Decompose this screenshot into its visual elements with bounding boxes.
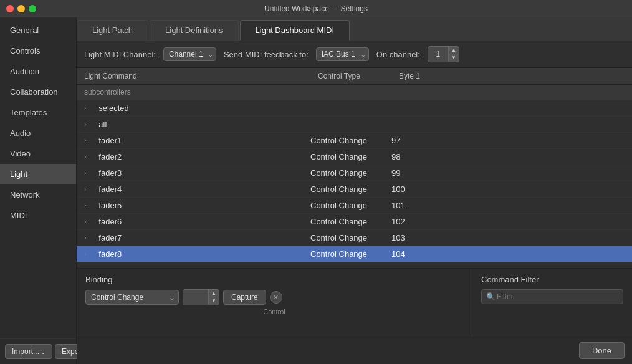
row-command: ›fader7 [84,233,310,242]
footer: Done [77,337,632,364]
stepper-down[interactable]: ▼ [449,54,459,62]
sidebar-item-templates[interactable]: Templates [0,102,76,123]
command-filter-section: Command Filter 🔍 [472,269,632,337]
table-row[interactable]: ›all [77,117,632,133]
row-byte: 103 [391,233,448,242]
row-type: Control Change [310,201,391,210]
on-channel-stepper[interactable]: ▲ ▼ [428,46,459,62]
table-row[interactable]: ›fader6Control Change102 [77,214,632,230]
row-command: ›fader6 [84,217,310,226]
chevron-down-icon: ⌄ [41,348,45,355]
row-byte: 97 [391,136,448,145]
col-header-rest [448,68,632,84]
on-channel-input[interactable] [428,47,448,61]
close-button[interactable] [6,5,14,12]
sidebar-item-general[interactable]: General [0,20,76,41]
row-type: Control Change [310,136,391,145]
row-command: ›selected [84,103,310,113]
channel-label: Light MIDI Channel: [84,50,156,59]
col-header-command: Light Command [77,68,310,84]
midi-settings-row: Light MIDI Channel: Channel 1 Send MIDI … [77,41,632,68]
sidebar-item-video[interactable]: Video [0,143,76,164]
chevron-right-icon: › [84,137,86,144]
sidebar-item-light[interactable]: Light [0,164,76,184]
table-area: Light Command Control Type Byte 1 subcon… [77,68,632,268]
chevron-right-icon: › [84,121,86,128]
table-row[interactable]: ›fader7Control Change103 [77,230,632,246]
table-row[interactable]: subcontrollers [77,85,632,100]
sidebar-item-controls[interactable]: Controls [0,41,76,61]
filter-input[interactable] [481,289,623,304]
chevron-right-icon: › [84,202,86,209]
row-command: subcontrollers [84,88,310,97]
binding-type-wrapper: Control Change [85,290,179,305]
row-type: Control Change [310,184,391,194]
tab-light-definitions[interactable]: Light Definitions [150,20,239,41]
bus-select[interactable]: IAC Bus 1 [316,47,369,61]
binding-stepper-up[interactable]: ▲ [209,290,219,297]
control-label: Control [85,308,463,315]
col-header-type: Control Type [310,68,391,84]
row-byte: 101 [391,201,448,210]
channel-select[interactable]: Channel 1 [163,47,216,61]
binding-stepper-down[interactable]: ▼ [209,297,219,305]
row-command: ›fader2 [84,152,310,161]
chevron-right-icon: › [84,105,86,112]
sidebar-item-midi[interactable]: MIDI [0,205,76,226]
window-controls[interactable] [6,5,36,12]
chevron-right-icon: › [84,153,86,160]
binding-close-button[interactable]: ✕ [270,291,282,304]
chevron-right-icon: › [84,234,86,241]
title-bar: Untitled Workspace — Settings [0,0,632,17]
binding-stepper-buttons: ▲ ▼ [208,290,219,305]
binding-controls: Control Change 104 ▲ ▼ Capture ✕ [85,289,463,305]
window-title: Untitled Workspace — Settings [264,4,368,13]
table-row[interactable]: ›fader2Control Change98 [77,149,632,165]
tab-light-dashboard-midi[interactable]: Light Dashboard MIDI [240,20,350,41]
binding-section: Binding Control Change 104 ▲ ▼ [77,269,472,337]
row-command: ›fader1 [84,136,310,145]
table-row[interactable]: ›fader3Control Change99 [77,165,632,181]
chevron-right-icon: › [84,251,86,257]
binding-number-stepper[interactable]: 104 ▲ ▼ [183,289,219,305]
row-byte: 102 [391,217,448,226]
row-command: ›all [84,120,310,129]
row-type: Control Change [310,168,391,178]
table-row[interactable]: ›fader4Control Change100 [77,181,632,198]
send-label: Send MIDI feedback to: [224,50,309,59]
row-command: ›fader8 [84,249,310,259]
sidebar-item-audio[interactable]: Audio [0,123,76,143]
row-type: Control Change [310,249,391,259]
maximize-button[interactable] [29,5,36,12]
binding-number-input[interactable]: 104 [183,290,208,304]
sidebar-item-collaboration[interactable]: Collaboration [0,82,76,102]
row-command: ›fader4 [84,184,310,194]
capture-button[interactable]: Capture [223,290,266,305]
stepper-buttons: ▲ ▼ [448,47,459,62]
row-type: Control Change [310,217,391,226]
sidebar-item-network[interactable]: Network [0,184,76,205]
done-button[interactable]: Done [579,342,625,359]
table-row[interactable]: ›selected [77,100,632,117]
binding-type-select[interactable]: Control Change [85,290,179,305]
import-button[interactable]: Import... ⌄ [5,344,52,359]
sidebar-footer: Import... ⌄ Export... [0,338,76,364]
row-type: Control Change [310,152,391,161]
filter-wrapper: 🔍 [481,289,623,304]
sidebar-item-audition[interactable]: Audition [0,61,76,82]
row-byte: 104 [391,249,448,259]
row-byte: 98 [391,152,448,161]
table-row[interactable]: ›fader5Control Change101 [77,198,632,214]
bus-select-wrapper: IAC Bus 1 [316,47,369,61]
chevron-right-icon: › [84,218,86,225]
row-type: Control Change [310,233,391,242]
table-header: Light Command Control Type Byte 1 [77,68,632,85]
row-byte: 99 [391,168,448,178]
row-command: ›fader5 [84,201,310,210]
table-row[interactable]: ›fader1Control Change97 [77,133,632,149]
table-row[interactable]: ›fader8Control Change104 [77,246,632,262]
tab-light-patch[interactable]: Light Patch [77,20,148,41]
stepper-up[interactable]: ▲ [449,47,459,54]
channel-select-wrapper: Channel 1 [163,47,216,61]
minimize-button[interactable] [17,5,25,12]
